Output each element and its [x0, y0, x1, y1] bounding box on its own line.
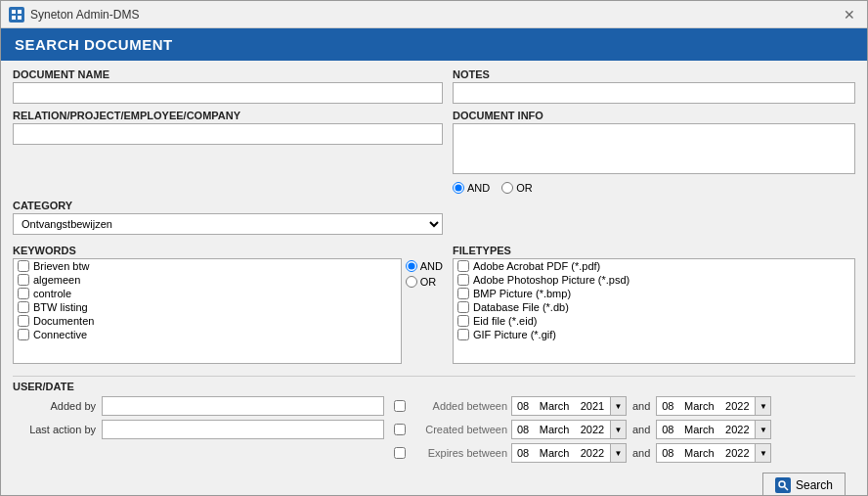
keywords-or-radio[interactable]: OR	[406, 276, 443, 288]
user-date-section: USER/DATE Added by Last action by	[13, 376, 855, 463]
keywords-and-radio[interactable]: AND	[406, 260, 443, 272]
last-action-input[interactable]	[102, 420, 384, 439]
list-item: algemeen	[14, 273, 401, 287]
expires-to-year[interactable]	[719, 444, 755, 462]
added-by-input[interactable]	[102, 396, 384, 416]
doc-info-and-radio[interactable]: AND	[453, 182, 490, 194]
added-to-calendar-btn[interactable]: ▼	[755, 397, 770, 415]
expires-between-row: Expires between ▼ and	[394, 443, 855, 463]
filetypes-listbox[interactable]: Adobe Acrobat PDF (*.pdf) Adobe Photosho…	[453, 258, 855, 364]
created-from-day[interactable]	[512, 421, 534, 438]
added-from-date[interactable]: ▼	[511, 396, 627, 416]
filetype-checkbox-3[interactable]	[457, 301, 469, 313]
created-and-label: and	[630, 424, 652, 435]
created-to-calendar-btn[interactable]: ▼	[755, 421, 770, 438]
created-from-month[interactable]	[534, 421, 575, 438]
keyword-checkbox-0[interactable]	[18, 260, 29, 272]
expires-from-date[interactable]: ▼	[511, 443, 627, 463]
date-filters: Added between ▼ and	[394, 396, 855, 463]
added-from-month[interactable]	[534, 397, 575, 415]
search-icon	[775, 477, 791, 493]
added-from-year[interactable]	[575, 397, 610, 415]
bottom-bar: Search	[13, 469, 855, 495]
category-select[interactable]: Ontvangstbewijzen Algemeen Facturen Brie…	[13, 213, 443, 235]
main-window: Syneton Admin-DMS ✕ SEARCH DOCUMENT DOCU…	[0, 0, 868, 496]
list-item: Database File (*.db)	[454, 300, 854, 314]
doc-info-or-radio[interactable]: OR	[501, 182, 533, 194]
created-from-calendar-btn[interactable]: ▼	[610, 421, 626, 438]
added-between-label: Added between	[410, 400, 507, 412]
filetype-checkbox-4[interactable]	[457, 315, 469, 327]
expires-from-year[interactable]	[575, 444, 610, 462]
added-to-date[interactable]: ▼	[656, 396, 771, 416]
keywords-listbox[interactable]: Brieven btw algemeen controle	[13, 258, 402, 364]
added-and-label: and	[630, 400, 652, 412]
expires-from-calendar-btn[interactable]: ▼	[610, 444, 626, 462]
relation-section: RELATION/PROJECT/EMPLOYEE/COMPANY	[13, 110, 443, 194]
category-label: CATEGORY	[13, 200, 443, 211]
row-doc-notes: DOCUMENT NAME NOTES	[13, 68, 855, 104]
list-item: BMP Picture (*.bmp)	[454, 287, 854, 300]
relation-input[interactable]	[13, 123, 443, 145]
user-fields: Added by Last action by	[13, 396, 384, 439]
expires-between-checkbox[interactable]	[394, 447, 406, 459]
filetypes-label: FILETYPES	[453, 245, 855, 256]
close-button[interactable]: ✕	[840, 5, 859, 24]
expires-to-month[interactable]	[678, 444, 719, 462]
added-from-day[interactable]	[512, 397, 534, 415]
filetypes-section: FILETYPES Adobe Acrobat PDF (*.pdf) Adob…	[453, 245, 855, 364]
notes-label: NOTES	[453, 68, 855, 80]
window-title: Syneton Admin-DMS	[30, 8, 139, 22]
added-to-month[interactable]	[678, 397, 719, 415]
filetype-checkbox-1[interactable]	[457, 274, 469, 286]
expires-to-date[interactable]: ▼	[656, 443, 771, 463]
list-item: Adobe Photoshop Picture (*.psd)	[454, 273, 854, 287]
created-to-year[interactable]	[719, 421, 755, 438]
svg-rect-1	[18, 10, 22, 14]
created-to-day[interactable]	[657, 421, 678, 438]
created-between-checkbox[interactable]	[394, 424, 406, 435]
list-item: Eid file (*.eid)	[454, 314, 854, 328]
created-to-month[interactable]	[678, 421, 719, 438]
created-from-date[interactable]: ▼	[511, 420, 627, 439]
row-relation-docinfo: RELATION/PROJECT/EMPLOYEE/COMPANY DOCUME…	[13, 110, 855, 194]
doc-info-label: DOCUMENT INFO	[453, 110, 855, 121]
search-button[interactable]: Search	[762, 473, 846, 495]
added-to-year[interactable]	[719, 397, 755, 415]
doc-name-input[interactable]	[13, 82, 443, 104]
expires-and-label: and	[630, 447, 652, 459]
doc-info-textarea[interactable]	[453, 123, 855, 174]
list-item: Brieven btw	[14, 259, 401, 273]
svg-point-4	[779, 481, 785, 487]
created-from-year[interactable]	[575, 421, 610, 438]
form-area: DOCUMENT NAME NOTES RELATION/PROJECT/EMP…	[1, 61, 867, 495]
keyword-checkbox-1[interactable]	[18, 274, 29, 286]
svg-rect-2	[12, 16, 16, 20]
last-action-row: Last action by	[13, 420, 384, 439]
user-date-label: USER/DATE	[13, 381, 855, 392]
keyword-checkbox-3[interactable]	[18, 301, 29, 313]
filetype-checkbox-0[interactable]	[457, 260, 469, 272]
expires-from-month[interactable]	[534, 444, 575, 462]
created-to-date[interactable]: ▼	[656, 420, 771, 439]
added-to-day[interactable]	[657, 397, 678, 415]
expires-to-day[interactable]	[657, 444, 678, 462]
keyword-checkbox-5[interactable]	[18, 329, 29, 340]
added-from-calendar-btn[interactable]: ▼	[610, 397, 626, 415]
row-keywords-filetypes: KEYWORDS Brieven btw algemeen	[13, 245, 855, 364]
expires-to-calendar-btn[interactable]: ▼	[755, 444, 770, 462]
filetype-checkbox-2[interactable]	[457, 288, 469, 299]
notes-input[interactable]	[453, 82, 855, 104]
expires-from-day[interactable]	[512, 444, 534, 462]
list-item: controle	[14, 287, 401, 300]
keywords-section: KEYWORDS Brieven btw algemeen	[13, 245, 443, 364]
doc-name-label: DOCUMENT NAME	[13, 68, 443, 80]
user-date-row: Added by Last action by Added between	[13, 396, 855, 463]
relation-label: RELATION/PROJECT/EMPLOYEE/COMPANY	[13, 110, 443, 121]
filetype-checkbox-5[interactable]	[457, 329, 469, 340]
keywords-label: KEYWORDS	[13, 245, 443, 256]
keyword-checkbox-2[interactable]	[18, 288, 29, 299]
keyword-checkbox-4[interactable]	[18, 315, 29, 327]
content-area: SEARCH DOCUMENT DOCUMENT NAME NOTES RELA…	[1, 28, 867, 495]
added-between-checkbox[interactable]	[394, 400, 406, 412]
